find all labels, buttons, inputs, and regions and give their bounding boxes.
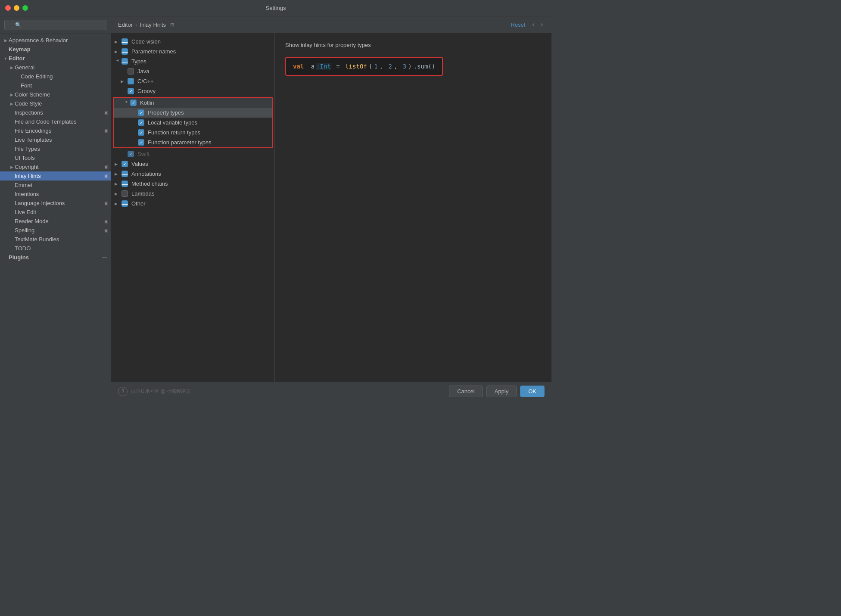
code-method: .sum(): [414, 63, 436, 70]
bottom-left: ?: [118, 387, 128, 396]
code-hint: :Int: [316, 63, 331, 70]
sidebar-item-label: Live Edit: [15, 209, 111, 215]
sidebar-item-font[interactable]: Font: [0, 81, 111, 90]
hint-label: Other: [131, 200, 146, 207]
breadcrumb-parent[interactable]: Editor: [118, 22, 133, 28]
hint-label: Lambdas: [131, 190, 154, 197]
hint-row-local-variable-types[interactable]: ✓ Local variable types: [114, 118, 272, 128]
settings-icon: ▣: [103, 110, 109, 116]
sidebar-item-color-scheme[interactable]: ▶ Color Scheme: [0, 90, 111, 99]
checkbox-method-chains[interactable]: —: [121, 180, 128, 187]
sidebar-item-file-code-templates[interactable]: File and Code Templates: [0, 117, 111, 126]
sidebar-item-inlay-hints[interactable]: Inlay Hints ▣: [0, 171, 111, 180]
checkbox-property-types[interactable]: ✓: [138, 109, 144, 116]
chevron-right-icon: ▶: [9, 102, 15, 106]
ok-button[interactable]: OK: [520, 386, 545, 397]
sidebar-item-todo[interactable]: TODO: [0, 244, 111, 253]
window-controls[interactable]: [5, 5, 28, 11]
checkbox-kotlin[interactable]: ✓: [130, 100, 137, 106]
hint-row-groovy[interactable]: ✓ Groovy: [111, 86, 274, 96]
hint-row-property-types[interactable]: ✓ Property types: [114, 108, 272, 118]
hint-row-other[interactable]: ▶ — Other: [111, 199, 274, 208]
sidebar-item-code-style[interactable]: ▶ Code Style: [0, 99, 111, 108]
checkbox-local-variable-types[interactable]: ✓: [138, 119, 144, 126]
hint-label: Method chains: [131, 180, 168, 187]
hint-row-lambdas[interactable]: ▶ Lambdas: [111, 189, 274, 199]
checkbox-function-return-types[interactable]: ✓: [138, 129, 144, 136]
nav-back-button[interactable]: ‹: [530, 20, 536, 29]
checkbox-lambdas[interactable]: [121, 190, 128, 197]
sidebar-item-editor[interactable]: ▼ Editor: [0, 54, 111, 63]
sidebar-item-appearance[interactable]: ▶ Appearance & Behavior: [0, 36, 111, 45]
checkbox-annotations[interactable]: —: [121, 171, 128, 177]
sidebar-item-live-edit[interactable]: Live Edit: [0, 208, 111, 217]
apply-button[interactable]: Apply: [486, 386, 517, 397]
sidebar-item-language-injections[interactable]: Language Injections ▣: [0, 199, 111, 208]
checkbox-other[interactable]: —: [121, 200, 128, 207]
chevron-right-icon: ▶: [3, 38, 9, 43]
sidebar: 🔍 ▶ Appearance & Behavior Keymap ▼ Edito…: [0, 16, 111, 401]
close-button[interactable]: [5, 5, 11, 11]
hint-row-java[interactable]: Java: [111, 66, 274, 76]
chevron-right-icon: ▶: [115, 182, 121, 186]
hint-row-cpp[interactable]: ▶ — C/C++: [111, 76, 274, 86]
hint-row-annotations[interactable]: ▶ — Annotations: [111, 169, 274, 179]
checkbox-types[interactable]: —: [121, 58, 128, 65]
code-arg3: 3: [403, 63, 406, 70]
chevron-right-icon: ▶: [115, 162, 121, 166]
sidebar-item-label: Appearance & Behavior: [9, 37, 111, 44]
chevron-right-icon: ▶: [121, 79, 127, 84]
hint-row-types[interactable]: ▼ — Types: [111, 56, 274, 66]
checkbox-values[interactable]: ✓: [121, 161, 128, 167]
maximize-button[interactable]: [22, 5, 28, 11]
checkbox-parameter-names[interactable]: —: [121, 48, 128, 55]
sidebar-item-spelling[interactable]: Spelling ▣: [0, 226, 111, 235]
hint-row-kotlin[interactable]: ▼ ✓ Kotlin: [114, 98, 272, 108]
sidebar-item-inspections[interactable]: Inspections ▣: [0, 108, 111, 117]
checkbox-code-vision[interactable]: —: [121, 38, 128, 45]
sidebar-item-general[interactable]: ▶ General: [0, 63, 111, 72]
hint-row-swift[interactable]: ✓ Swift: [111, 149, 274, 159]
window-title: Settings: [266, 5, 286, 11]
checkbox-swift[interactable]: ✓: [128, 151, 134, 157]
hint-row-function-parameter-types[interactable]: ✓ Function parameter types: [114, 137, 272, 147]
sidebar-item-copyright[interactable]: ▶ Copyright ▣: [0, 162, 111, 171]
breadcrumb-separator: ›: [135, 22, 137, 28]
sidebar-item-plugins[interactable]: Plugins: [0, 253, 111, 262]
help-button[interactable]: ?: [118, 387, 128, 396]
breadcrumb-icon: ⊟: [170, 22, 174, 28]
cancel-button[interactable]: Cancel: [449, 386, 483, 397]
sidebar-item-textmate-bundles[interactable]: TextMate Bundles: [0, 235, 111, 244]
nav-forward-button[interactable]: ›: [539, 20, 545, 29]
hint-row-parameter-names[interactable]: ▶ — Parameter names: [111, 47, 274, 56]
hint-row-function-return-types[interactable]: ✓ Function return types: [114, 128, 272, 137]
checkbox-function-parameter-types[interactable]: ✓: [138, 139, 144, 146]
reset-button[interactable]: Reset: [508, 21, 528, 29]
search-input[interactable]: [4, 20, 106, 30]
sidebar-item-file-encodings[interactable]: File Encodings ▣: [0, 126, 111, 135]
code-close-paren: ): [408, 63, 411, 70]
sidebar-item-label: Emmet: [15, 182, 111, 188]
minimize-button[interactable]: [14, 5, 19, 11]
checkbox-cpp[interactable]: —: [128, 78, 134, 84]
sidebar-item-live-templates[interactable]: Live Templates: [0, 135, 111, 144]
detail-description: Show inlay hints for property types: [285, 42, 541, 48]
content-topbar: Editor › Inlay Hints ⊟ Reset ‹ ›: [111, 16, 551, 33]
sidebar-item-code-editing[interactable]: Code Editing: [0, 72, 111, 81]
checkbox-java[interactable]: [128, 68, 134, 75]
sidebar-item-reader-mode[interactable]: Reader Mode ▣: [0, 217, 111, 226]
sidebar-item-emmet[interactable]: Emmet: [0, 180, 111, 190]
sidebar-item-keymap[interactable]: Keymap: [0, 45, 111, 54]
hint-row-values[interactable]: ▶ ✓ Values: [111, 159, 274, 169]
sidebar-item-ui-tools[interactable]: UI Tools: [0, 153, 111, 162]
sidebar-item-intentions[interactable]: Intentions: [0, 190, 111, 199]
hint-label: Kotlin: [140, 100, 154, 106]
settings-icon: ▣: [103, 128, 109, 134]
sidebar-item-label: Color Scheme: [15, 91, 111, 98]
checkbox-groovy[interactable]: ✓: [128, 88, 134, 94]
sidebar-item-label: Reader Mode: [15, 218, 103, 224]
settings-icon: ▣: [103, 200, 109, 206]
hint-row-method-chains[interactable]: ▶ — Method chains: [111, 179, 274, 189]
sidebar-item-file-types[interactable]: File Types: [0, 144, 111, 153]
hint-row-code-vision[interactable]: ▶ — Code vision: [111, 37, 274, 47]
